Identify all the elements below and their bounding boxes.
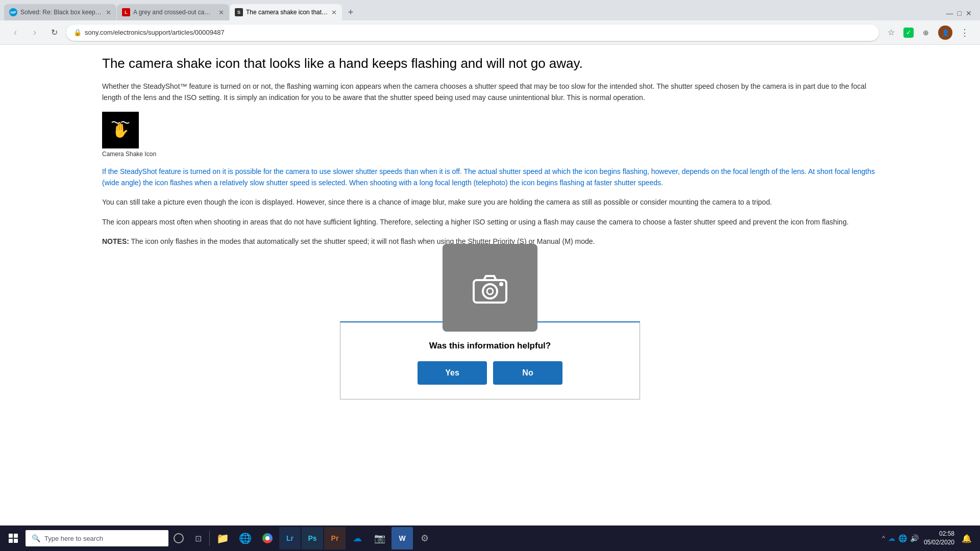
yes-button[interactable]: Yes <box>418 361 487 385</box>
no-button[interactable]: No <box>493 361 562 385</box>
tray-network[interactable]: 🌐 <box>898 534 907 542</box>
tab1-close[interactable]: ✕ <box>106 9 111 16</box>
svg-point-5 <box>499 282 503 286</box>
camera-shake-icon-label: Camera Shake Icon <box>102 151 878 158</box>
svg-point-4 <box>487 288 493 294</box>
taskbar-app-settings[interactable]: ⚙ <box>414 527 435 549</box>
back-button[interactable]: ‹ <box>8 26 22 40</box>
camera-icon-svg <box>470 270 510 306</box>
svg-text:✋: ✋ <box>112 122 130 139</box>
camera-shake-svg: ✋ <box>108 117 133 143</box>
paragraph-1: Whether the SteadyShot™ feature is turne… <box>102 81 878 104</box>
tray-chevron[interactable]: ^ <box>882 535 885 542</box>
minimize-button[interactable]: — <box>946 9 953 17</box>
notes-label: NOTES: <box>102 237 129 245</box>
new-tab-button[interactable]: + <box>342 4 359 20</box>
paragraph-3: You can still take a picture even though… <box>102 196 878 208</box>
camera-shake-icon-container: ✋ Camera Shake Icon <box>102 112 878 158</box>
tab1-title: Solved: Re: Black box keeps pop... <box>20 9 103 16</box>
task-view-button[interactable]: ⊡ <box>189 529 207 547</box>
lock-icon: 🔒 <box>74 29 82 36</box>
paragraph-4: The icon appears most often when shootin… <box>102 216 878 228</box>
feedback-question: Was this information helpful? <box>353 341 627 351</box>
refresh-button[interactable]: ↻ <box>47 26 61 40</box>
bookmark-button[interactable]: ☆ <box>884 26 898 40</box>
camera-placeholder-box <box>443 244 537 332</box>
taskbar-clock[interactable]: 02:58 05/02/2020 <box>922 530 957 547</box>
taskbar-app-photoshop[interactable]: Ps <box>302 527 323 549</box>
avatar[interactable]: 👤 <box>938 26 952 40</box>
tab2-title: A grey and crossed-out camera... <box>133 9 215 16</box>
page-title: The camera shake icon that looks like a … <box>102 45 878 81</box>
tray-onedrive[interactable]: ☁ <box>888 534 895 542</box>
extensions-button[interactable]: ⊕ <box>919 26 933 40</box>
close-button[interactable]: ✕ <box>966 9 972 17</box>
notifications-button[interactable]: 🔔 <box>960 527 974 549</box>
feedback-box: Was this information helpful? Yes No <box>340 321 640 399</box>
search-placeholder: Type here to search <box>44 535 103 542</box>
tab2-favicon: L <box>122 8 130 16</box>
extension-check[interactable]: ✓ <box>903 28 914 38</box>
taskbar-app-onedrive[interactable]: ☁ <box>347 527 368 549</box>
taskbar-app-word[interactable]: W <box>391 527 413 549</box>
tab3-close[interactable]: ✕ <box>331 9 337 16</box>
search-icon: 🔍 <box>32 534 40 542</box>
tray-volume[interactable]: 🔊 <box>910 534 919 542</box>
tab-1[interactable]: HP Solved: Re: Black box keeps pop... ✕ <box>4 4 116 20</box>
taskbar-app-lightroom[interactable]: Lr <box>279 527 301 549</box>
taskbar-app-chrome[interactable] <box>257 527 278 549</box>
tab1-favicon: HP <box>9 8 17 16</box>
taskbar-search[interactable]: 🔍 Type here to search <box>26 530 168 546</box>
maximize-button[interactable]: □ <box>958 9 962 17</box>
taskbar-app-capture[interactable]: 📷 <box>369 527 390 549</box>
system-tray: ^ ☁ 🌐 🔊 02:58 05/02/2020 🔔 <box>878 527 978 549</box>
feedback-section: Was this information helpful? Yes No <box>337 244 643 399</box>
forward-button[interactable]: › <box>28 26 42 40</box>
tab-3[interactable]: S The camera shake icon that look... ✕ <box>230 4 342 20</box>
tab-2[interactable]: L A grey and crossed-out camera... ✕ <box>117 4 229 20</box>
start-button[interactable] <box>2 527 24 549</box>
address-text: sony.com/electronics/support/articles/00… <box>85 29 225 36</box>
browser-chrome: HP Solved: Re: Black box keeps pop... ✕ … <box>0 0 980 45</box>
tab2-close[interactable]: ✕ <box>218 9 224 16</box>
paragraph-2: If the SteadyShot feature is turned on i… <box>102 166 878 189</box>
clock-time: 02:58 <box>924 530 954 538</box>
taskbar-separator-1 <box>209 531 210 546</box>
page-content: The camera shake icon that looks like a … <box>0 45 980 525</box>
taskbar: 🔍 Type here to search ⊡ 📁 🌐 Lr Ps Pr ☁ 📷… <box>0 525 980 551</box>
taskbar-app-file-explorer[interactable]: 📁 <box>212 527 233 549</box>
tab3-favicon: S <box>235 8 243 16</box>
tab3-title: The camera shake icon that look... <box>246 9 328 16</box>
cortana-button[interactable] <box>169 529 188 547</box>
taskbar-app-premiere[interactable]: Pr <box>324 527 346 549</box>
svg-point-3 <box>483 284 497 298</box>
address-bar[interactable]: 🔒 sony.com/electronics/support/articles/… <box>66 24 879 41</box>
clock-date: 05/02/2020 <box>924 538 954 547</box>
camera-shake-icon-image: ✋ <box>102 112 139 148</box>
menu-button[interactable]: ⋮ <box>958 26 972 40</box>
taskbar-app-edge[interactable]: 🌐 <box>234 527 256 549</box>
